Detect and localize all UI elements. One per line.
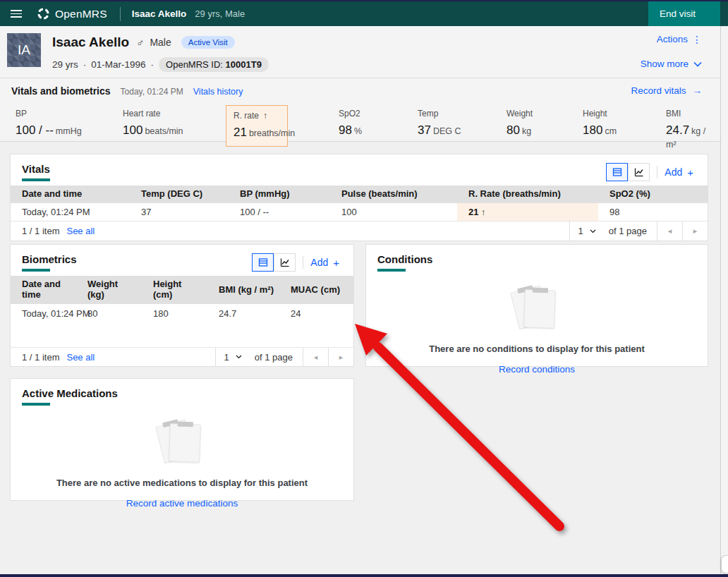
view-switcher [606, 163, 650, 181]
openmrs-logo[interactable]: OpenMRS [37, 7, 107, 20]
vitals-history-link[interactable]: Vitals history [193, 87, 243, 97]
column-header[interactable]: BMI (kg / m²) [207, 284, 279, 297]
end-visit-button[interactable]: End visit [648, 1, 720, 26]
add-label: Add [310, 257, 328, 268]
table-icon [258, 257, 268, 267]
view-switcher [252, 253, 296, 272]
tile-temp: Temp 37DEG C [418, 109, 461, 138]
table-icon [612, 167, 622, 177]
empty-state-illustration [157, 420, 207, 466]
header-divider [120, 7, 121, 21]
app-header: OpenMRS Isaac Akello 29 yrs, Male End vi… [0, 1, 728, 26]
title-accent-bar [22, 178, 50, 181]
tile-value: 80 [506, 123, 520, 137]
patient-age: 29 yrs [52, 59, 78, 70]
tile-label: Heart rate [123, 109, 183, 119]
record-conditions-link[interactable]: Record conditions [499, 364, 575, 375]
strip-timestamp: Today, 01:24 PM [121, 87, 183, 97]
tile-height: Height 180cm [583, 109, 617, 138]
cell-height: 180 [142, 304, 207, 322]
card-title: Biometrics [22, 253, 77, 265]
strip-title: Vitals and biometrics [11, 85, 111, 97]
table-row: Today, 01:24 PM 37 100 / -- 100 21 ↑ 98 [11, 203, 708, 221]
page-select[interactable]: 1 [569, 221, 605, 241]
line-chart-icon [280, 257, 290, 267]
tile-label: Height [583, 109, 617, 119]
column-header[interactable]: Height (cm) [142, 278, 207, 302]
tile-unit: cm [605, 126, 617, 136]
empty-state-text: There are no active medications to displ… [56, 478, 308, 488]
tile-label: BP [16, 109, 82, 119]
line-chart-icon [634, 167, 644, 177]
tile-label: Weight [506, 109, 533, 119]
patient-id-pill: OpenMRS ID: 10001T9 [159, 57, 269, 72]
table-view-button[interactable] [252, 253, 274, 272]
vital-tiles: BP 100 / --mmHg Heart rate 100beats/min … [16, 105, 709, 142]
tile-value: 180 [583, 123, 602, 137]
right-side-rail [720, 26, 728, 574]
table-header-row: Date and time Weight (kg) Height (cm) BM… [11, 276, 353, 304]
tile-unit: mmHg [56, 126, 82, 136]
biometrics-card: Biometrics Add + [10, 244, 354, 367]
id-value: 10001T9 [226, 59, 262, 70]
card-title: Conditions [377, 253, 432, 265]
actions-menu-button[interactable]: Actions ⋮ [657, 34, 702, 44]
add-vitals-button[interactable]: Add + [665, 166, 696, 178]
caret-left-icon: ◂ [314, 353, 318, 362]
tile-bp: BP 100 / --mmHg [16, 109, 82, 138]
chevron-down-icon [590, 229, 596, 233]
dot-separator: · [83, 59, 87, 70]
tile-label: SpO2 [339, 109, 362, 119]
column-header[interactable]: R. Rate (breaths/min) [457, 188, 598, 201]
caret-left-icon: ◂ [668, 226, 672, 236]
next-page-button[interactable]: ▸ [682, 221, 708, 241]
chart-view-button[interactable] [628, 163, 650, 181]
cell-muac: 24 [279, 304, 353, 322]
cell-rrate-flagged: 21 ↑ [457, 203, 598, 221]
prev-page-button[interactable]: ◂ [657, 221, 682, 241]
tile-unit: DEG C [433, 126, 461, 136]
tile-value: 21 [233, 126, 247, 139]
column-header[interactable]: Date and time [11, 278, 76, 302]
table-view-button[interactable] [606, 163, 628, 181]
conditions-card: Conditions There are no conditions to di… [365, 244, 708, 367]
page-select[interactable]: 1 [215, 348, 250, 366]
chart-view-button[interactable] [274, 253, 296, 272]
tile-bmi: BMI 24.7kg / m² [666, 109, 709, 150]
plus-icon: + [333, 257, 339, 269]
record-medications-link[interactable]: Record active medications [126, 498, 238, 509]
column-header[interactable]: Pulse (beats/min) [330, 188, 457, 201]
column-header[interactable]: BP (mmHg) [229, 188, 330, 201]
cell-pulse: 100 [330, 203, 457, 221]
side-rail-handle[interactable] [721, 555, 728, 573]
openmrs-logo-icon [37, 7, 50, 20]
column-header[interactable]: Weight (kg) [76, 278, 142, 302]
add-biometrics-button[interactable]: Add + [310, 257, 342, 269]
active-medications-card: Active Medications There are no active m… [10, 378, 354, 501]
caret-right-icon: ▸ [693, 226, 698, 236]
table-header-row: Date and time Temp (DEG C) BP (mmHg) Pul… [11, 186, 708, 203]
next-page-button[interactable]: ▸ [328, 348, 353, 366]
hamburger-menu-button[interactable] [0, 8, 32, 20]
tile-respiratory-rate: R. rate↑ 21breaths/min [226, 105, 288, 147]
column-header[interactable]: MUAC (cm) [279, 284, 353, 297]
tile-unit: % [354, 126, 362, 136]
actions-label: Actions [657, 34, 688, 44]
cell-bp: 100 / -- [229, 203, 330, 221]
hamburger-icon [11, 8, 22, 20]
show-more-button[interactable]: Show more [641, 59, 702, 69]
record-vitals-link[interactable]: Record vitals → [631, 85, 702, 96]
tile-heart-rate: Heart rate 100beats/min [123, 109, 183, 138]
see-all-link[interactable]: See all [66, 226, 95, 236]
arrow-up-icon: ↑ [263, 111, 267, 121]
column-header[interactable]: Temp (DEG C) [130, 188, 229, 201]
clipboard-icon [523, 289, 556, 329]
active-visit-badge: Active Visit [181, 36, 235, 49]
column-header[interactable]: Date and time [11, 188, 130, 201]
plus-icon: + [687, 166, 693, 178]
male-icon: ♂ [136, 37, 144, 49]
prev-page-button[interactable]: ◂ [303, 348, 328, 366]
caret-right-icon: ▸ [339, 353, 344, 362]
column-header[interactable]: SpO2 (%) [598, 188, 708, 201]
see-all-link[interactable]: See all [66, 352, 95, 363]
